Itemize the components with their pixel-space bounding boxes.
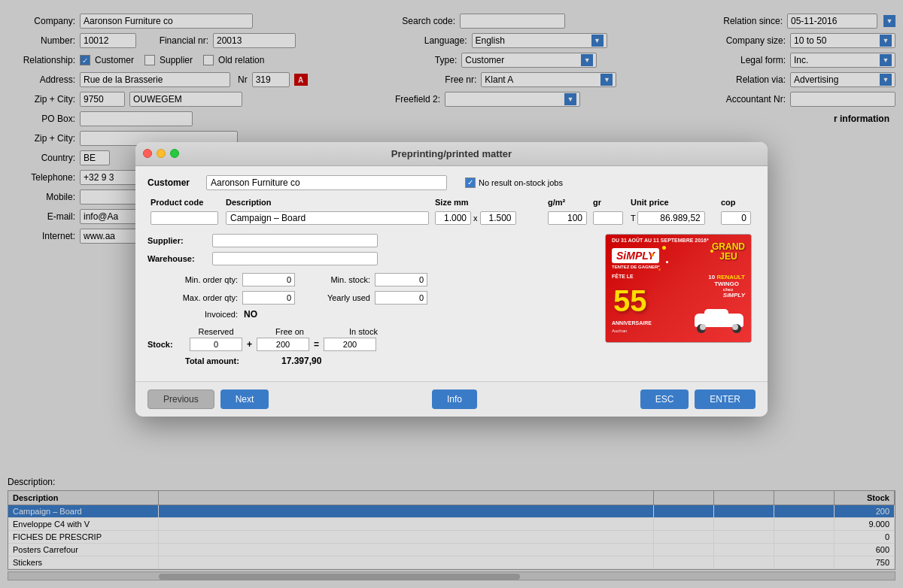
enter-button[interactable]: ENTER xyxy=(695,389,756,409)
product-header-row: Product code Description Size mm g/m² gr… xyxy=(147,196,756,208)
product-image: DU 31 AOÛT AU 11 SEPTEMBRE 2016* SiMPLY … xyxy=(605,234,752,343)
warehouse-row: Warehouse: xyxy=(147,252,597,265)
ad-big-number: 55 xyxy=(613,286,647,316)
ad-prize: 10 RENAULTTWINGO xyxy=(708,274,745,288)
total-amount-label: Total amount: xyxy=(185,356,275,365)
ad-middle-text: TENTEZ DE GAGNER* xyxy=(612,265,660,269)
min-order-input[interactable] xyxy=(242,273,295,286)
equals-op: = xyxy=(314,339,319,350)
min-stock-row: Min. stock: xyxy=(310,273,427,286)
qty-row-1: Min. order qty: Min. stock: xyxy=(147,273,597,286)
min-stock-label: Min. stock: xyxy=(310,275,370,284)
cop-input[interactable] xyxy=(721,211,751,225)
total-amount-section: Total amount: 17.397,90 xyxy=(185,356,597,366)
next-button[interactable]: Next xyxy=(220,389,269,409)
modal-middle-section: Supplier: Warehouse: Min. order qty: xyxy=(147,234,756,366)
ad-top-text: DU 31 AOÛT AU 11 SEPTEMBRE 2016* xyxy=(612,238,709,243)
gm2-input[interactable] xyxy=(548,211,587,225)
max-order-label: Max. order qty: xyxy=(147,293,238,302)
yearly-used-label: Yearly used xyxy=(310,293,370,302)
modal-title: Preprinting/printed matter xyxy=(391,148,512,159)
in-stock-label: In stock xyxy=(349,327,378,336)
product-data-row: x T xyxy=(147,210,756,226)
invoiced-row: Invoiced: NO xyxy=(147,309,597,320)
supplier-row: Supplier: xyxy=(147,234,597,247)
reserved-label: Reserved xyxy=(198,327,233,336)
yearly-used-input[interactable] xyxy=(375,291,427,305)
in-stock-input[interactable] xyxy=(324,338,376,351)
modal-titlebar: Preprinting/printed matter xyxy=(135,142,768,166)
free-on-input[interactable] xyxy=(257,338,309,351)
unit-price-input[interactable] xyxy=(637,211,705,225)
free-on-col: Free on xyxy=(263,327,316,336)
gr-header: gr xyxy=(590,196,628,208)
warehouse-input[interactable] xyxy=(212,252,378,265)
ad-anniversaire: ANNIVERSAIRE xyxy=(612,320,652,326)
gr-cell xyxy=(590,210,628,226)
yearly-used-row: Yearly used xyxy=(310,291,427,305)
modal-customer-label: Customer xyxy=(147,177,200,188)
traffic-lights xyxy=(143,149,179,158)
total-amount-value: 17.397,90 xyxy=(281,356,321,366)
plus-op: + xyxy=(247,339,252,350)
description-input[interactable] xyxy=(226,211,429,225)
modal-left-fields: Supplier: Warehouse: Min. order qty: xyxy=(147,234,597,366)
minimize-button[interactable] xyxy=(157,149,166,158)
product-code-header: Product code xyxy=(147,196,223,208)
modal-dialog: Preprinting/printed matter Customer ✓ No… xyxy=(135,142,768,417)
stock-labels: Reserved Free on In stock xyxy=(147,327,390,336)
modal-footer: Previous Next Info ESC ENTER xyxy=(135,381,768,417)
cop-cell xyxy=(718,210,756,226)
ad-car xyxy=(691,305,747,336)
no-result-row: ✓ No result on-stock jobs xyxy=(465,177,563,188)
stock-labels-col: Reserved Free on In stock xyxy=(147,327,390,351)
ad-chez: chezSiMPLY xyxy=(723,287,745,299)
min-order-row: Min. order qty: xyxy=(147,273,295,286)
customer-row: Customer ✓ No result on-stock jobs xyxy=(147,175,756,190)
supplier-input[interactable] xyxy=(212,234,378,247)
modal-customer-input[interactable] xyxy=(206,175,447,190)
min-stock-input[interactable] xyxy=(375,273,427,286)
unit-price-cell: T xyxy=(628,210,718,226)
description-cell xyxy=(223,210,432,226)
size-x-op: x xyxy=(473,214,478,223)
ad-grand-jeu: GRANDJEU xyxy=(712,242,745,262)
max-order-row: Max. order qty: xyxy=(147,291,295,305)
max-order-input[interactable] xyxy=(242,291,295,305)
size-cell: x xyxy=(432,210,545,226)
min-order-label: Min. order qty: xyxy=(147,275,238,284)
no-result-label: No result on-stock jobs xyxy=(479,178,563,187)
warehouse-label: Warehouse: xyxy=(147,254,208,263)
previous-button[interactable]: Previous xyxy=(147,389,214,409)
cop-header: cop xyxy=(718,196,756,208)
no-result-checkbox[interactable]: ✓ xyxy=(465,177,476,188)
size-h-input[interactable] xyxy=(480,211,516,225)
size-header: Size mm xyxy=(432,196,545,208)
esc-button[interactable]: ESC xyxy=(640,389,689,409)
modal-content: Customer ✓ No result on-stock jobs Produ… xyxy=(135,166,768,381)
invoiced-label: Invoiced: xyxy=(147,310,238,319)
stock-field-label: Stock: xyxy=(147,340,185,349)
stock-section: Reserved Free on In stock xyxy=(147,327,597,351)
product-code-input[interactable] xyxy=(150,211,218,225)
in-stock-col: In stock xyxy=(337,327,390,336)
qty-row-2: Max. order qty: Yearly used xyxy=(147,291,597,305)
unit-price-prefix: T xyxy=(631,214,636,223)
reserved-col: Reserved xyxy=(190,327,242,336)
modal-overlay: Preprinting/printed matter Customer ✓ No… xyxy=(0,0,903,588)
ad-auchan: Auchan xyxy=(612,329,627,333)
gm2-cell xyxy=(545,210,590,226)
reserved-input[interactable] xyxy=(190,338,242,351)
free-on-label: Free on xyxy=(275,327,304,336)
size-w-input[interactable] xyxy=(435,211,471,225)
product-code-cell xyxy=(147,210,223,226)
close-button[interactable] xyxy=(143,149,152,158)
ad-fete: FÊTE LE xyxy=(612,274,634,279)
gm2-header: g/m² xyxy=(545,196,590,208)
maximize-button[interactable] xyxy=(170,149,179,158)
stock-values: Stock: + = xyxy=(147,338,390,351)
info-button[interactable]: Info xyxy=(432,389,477,409)
gr-input[interactable] xyxy=(593,211,623,225)
invoiced-value: NO xyxy=(244,309,257,320)
description-header: Description xyxy=(223,196,432,208)
